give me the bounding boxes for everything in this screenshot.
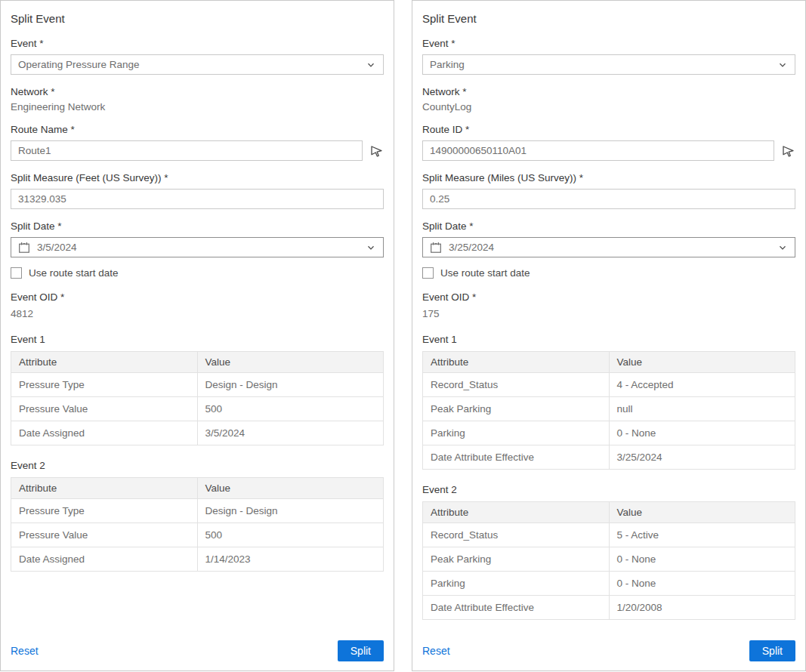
panel-footer: Reset Split — [11, 633, 384, 661]
table-row: Date Assigned 3/5/2024 — [11, 421, 384, 445]
calendar-icon — [18, 242, 30, 254]
event-select[interactable]: Operating Pressure Range — [11, 54, 384, 75]
measure-label: Split Measure (Feet (US Survey)) * — [11, 172, 384, 183]
table-header-row: Attribute Value — [11, 352, 384, 373]
value-cell: 3/25/2024 — [609, 445, 795, 470]
value-cell: 0 - None — [609, 572, 795, 596]
value-cell: 1/20/2008 — [609, 596, 795, 620]
attribute-cell: Pressure Type — [11, 373, 198, 397]
date-value: 3/25/2024 — [449, 242, 770, 253]
value-column-header: Value — [609, 502, 795, 523]
measure-input[interactable] — [422, 189, 795, 209]
table-row: Parking 0 - None — [423, 421, 795, 445]
attribute-cell: Parking — [423, 572, 610, 596]
date-value: 3/5/2024 — [37, 242, 359, 253]
date-label: Split Date * — [11, 220, 384, 232]
value-cell: null — [609, 397, 795, 421]
route-field-row — [11, 140, 384, 161]
chevron-down-icon — [777, 60, 788, 70]
event1-table: Attribute Value Pressure Type Design - D… — [11, 351, 384, 445]
route-input[interactable] — [422, 140, 774, 161]
table-row: Pressure Value 500 — [11, 523, 384, 547]
table-row: Record_Status 5 - Active — [423, 523, 795, 547]
chevron-down-icon — [366, 60, 376, 70]
route-input[interactable] — [11, 140, 363, 161]
split-button[interactable]: Split — [338, 640, 384, 661]
attribute-column-header: Attribute — [423, 502, 610, 523]
table-header-row: Attribute Value — [423, 352, 795, 373]
table-row: Peak Parking null — [423, 397, 795, 421]
date-picker[interactable]: 3/5/2024 — [11, 237, 384, 257]
chevron-down-icon — [366, 242, 376, 253]
value-cell: 5 - Active — [609, 523, 795, 547]
measure-input[interactable] — [11, 189, 384, 209]
date-picker[interactable]: 3/25/2024 — [422, 237, 795, 257]
event-select-value: Parking — [430, 59, 777, 70]
event2-caption: Event 2 — [11, 460, 384, 471]
event-select[interactable]: Parking — [422, 54, 795, 75]
attribute-cell: Record_Status — [423, 373, 610, 397]
split-button[interactable]: Split — [749, 640, 795, 661]
split-event-panel-left: Split Event Event * Operating Pressure R… — [0, 0, 394, 671]
reset-button[interactable]: Reset — [11, 645, 39, 657]
event2-table: Attribute Value Record_Status 5 - Active… — [422, 501, 795, 620]
panel-title: Split Event — [422, 12, 795, 25]
value-cell: Design - Design — [197, 373, 384, 397]
event-oid-value: 175 — [422, 308, 795, 319]
event1-caption: Event 1 — [422, 334, 795, 345]
network-label: Network * — [11, 86, 384, 97]
network-value: Engineering Network — [11, 101, 384, 113]
chevron-down-icon — [777, 242, 788, 253]
date-label: Split Date * — [422, 220, 795, 232]
event2-table: Attribute Value Pressure Type Design - D… — [11, 477, 384, 572]
event1-table: Attribute Value Record_Status 4 - Accept… — [422, 351, 795, 470]
event-oid-label: Event OID * — [11, 291, 384, 303]
value-column-header: Value — [197, 352, 384, 373]
map-select-arrow-icon[interactable] — [780, 143, 795, 159]
value-cell: 500 — [197, 523, 384, 547]
value-cell: Design - Design — [197, 499, 384, 523]
network-value: CountyLog — [422, 101, 795, 113]
value-cell: 0 - None — [609, 547, 795, 572]
use-route-start-date-row[interactable]: Use route start date — [11, 267, 384, 279]
attribute-cell: Pressure Type — [11, 499, 198, 523]
value-column-header: Value — [609, 352, 795, 373]
use-route-start-date-label: Use route start date — [440, 267, 530, 279]
attribute-cell: Pressure Value — [11, 397, 198, 421]
table-row: Date Attribute Effective 3/25/2024 — [423, 445, 795, 470]
table-row: Peak Parking 0 - None — [423, 547, 795, 572]
split-event-workspace: Split Event Event * Operating Pressure R… — [0, 0, 806, 672]
value-cell: 0 - None — [609, 421, 795, 445]
network-label: Network * — [422, 86, 795, 97]
table-row: Date Assigned 1/14/2023 — [11, 547, 384, 572]
attribute-cell: Peak Parking — [423, 547, 610, 572]
use-route-start-date-label: Use route start date — [29, 267, 119, 279]
table-row: Pressure Value 500 — [11, 397, 384, 421]
use-route-start-date-checkbox[interactable] — [422, 267, 434, 279]
attribute-cell: Date Attribute Effective — [423, 596, 610, 620]
table-row: Date Attribute Effective 1/20/2008 — [423, 596, 795, 620]
attribute-column-header: Attribute — [11, 478, 198, 499]
event-label: Event * — [422, 38, 795, 49]
attribute-cell: Peak Parking — [423, 397, 610, 421]
event2-caption: Event 2 — [422, 484, 795, 495]
event-label: Event * — [11, 38, 384, 49]
map-select-arrow-icon[interactable] — [369, 143, 384, 159]
use-route-start-date-checkbox[interactable] — [11, 267, 22, 279]
reset-button[interactable]: Reset — [422, 645, 450, 657]
event-oid-label: Event OID * — [422, 291, 795, 303]
split-event-panel-right: Split Event Event * Parking Network * Co… — [412, 0, 806, 671]
event1-caption: Event 1 — [11, 334, 384, 345]
calendar-icon — [430, 242, 442, 254]
use-route-start-date-row[interactable]: Use route start date — [422, 267, 795, 279]
attribute-cell: Date Attribute Effective — [423, 445, 610, 470]
panel-footer: Reset Split — [422, 633, 795, 661]
table-header-row: Attribute Value — [423, 502, 795, 523]
event-select-value: Operating Pressure Range — [18, 59, 366, 70]
measure-label: Split Measure (Miles (US Survey)) * — [422, 172, 795, 183]
value-cell: 1/14/2023 — [197, 547, 384, 572]
route-label: Route Name * — [11, 124, 384, 135]
attribute-cell: Record_Status — [423, 523, 610, 547]
table-row: Pressure Type Design - Design — [11, 499, 384, 523]
attribute-cell: Parking — [423, 421, 610, 445]
